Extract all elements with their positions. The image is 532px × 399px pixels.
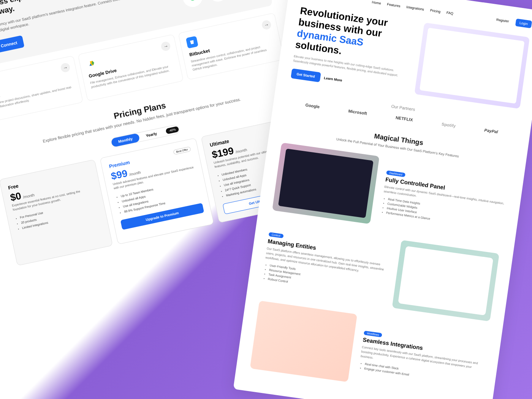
svg-point-7	[188, 0, 196, 1]
nav-features[interactable]: Features	[387, 2, 401, 8]
integration-card-gdrive[interactable]: → Google Drive File management, Enhance …	[78, 34, 184, 101]
arrow-icon: →	[160, 41, 171, 51]
gdrive-icon	[85, 57, 98, 70]
plan-period: /month	[129, 170, 141, 176]
quick-connect-button[interactable]: Quick Connect	[0, 35, 24, 56]
integration-icons-cloud: a	[145, 0, 260, 19]
feature-image	[392, 240, 500, 321]
partner-paypal: PayPal	[484, 128, 498, 134]
discount-badge: -40%	[165, 126, 179, 134]
plan-price: $0	[9, 190, 22, 203]
feature-pill: Dashboard	[386, 170, 405, 177]
plan-free: Free $0 /month Experience essential feat…	[0, 159, 113, 266]
bitbucket-icon	[186, 36, 198, 48]
plan-period: /month	[23, 193, 35, 199]
feature-pill: Workflows	[364, 331, 382, 337]
nav-pricing[interactable]: Pricing	[430, 8, 441, 14]
nav-links: Home Features Integrations Pricing FAQ	[372, 0, 453, 16]
whatsapp-icon	[181, 0, 204, 9]
get-started-button[interactable]: Get Started	[291, 68, 321, 82]
feature-image	[250, 301, 358, 382]
arrow-icon: →	[261, 19, 272, 30]
nav-integrations[interactable]: Integrations	[406, 5, 424, 11]
nav-faq[interactable]: FAQ	[446, 11, 453, 15]
arrow-icon: →	[60, 62, 70, 73]
toggle-monthly[interactable]: Monthly	[111, 133, 140, 147]
hero-dashboard-image	[414, 22, 530, 109]
learn-more-button[interactable]: Learn More	[323, 73, 343, 85]
nav-home[interactable]: Home	[372, 0, 381, 5]
feature-image	[272, 142, 380, 224]
x-icon	[206, 0, 230, 3]
partner-netflix: NETFLIX	[396, 115, 413, 122]
feature-pill: Control	[269, 232, 284, 238]
login-button[interactable]: Login	[515, 19, 532, 28]
plan-period: /month	[235, 147, 247, 154]
partner-spotify: Spotify	[441, 122, 456, 128]
nav-auth: Register Login	[492, 15, 532, 28]
toggle-yearly[interactable]: Yearly	[138, 128, 165, 141]
partner-google: Google	[305, 102, 320, 109]
register-button[interactable]: Register	[492, 15, 513, 25]
plan-premium: Best Offer Premium $99 /month Unlock adv…	[100, 138, 214, 244]
integration-card-bitbucket[interactable]: → Bitbucket Streamline version control, …	[178, 13, 284, 80]
partner-microsoft: Microsoft	[348, 108, 367, 116]
integration-card-slack[interactable]: → Slack Streamline project discussions, …	[0, 55, 83, 123]
